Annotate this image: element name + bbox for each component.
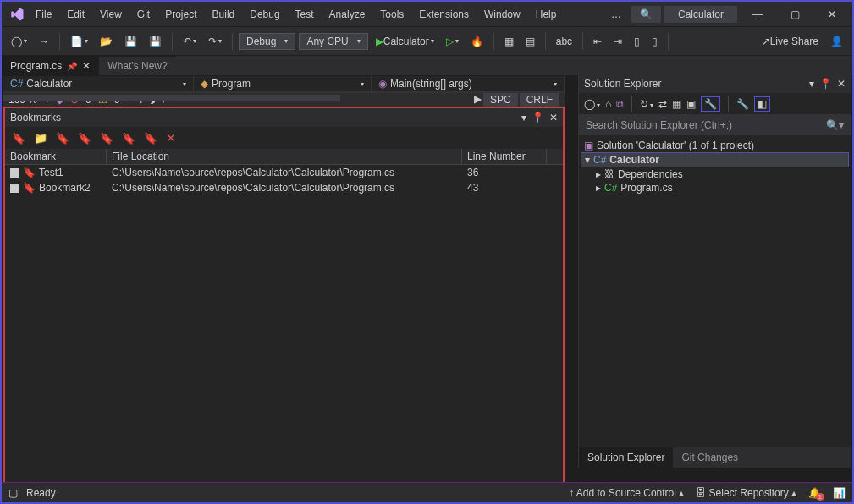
menu-git[interactable]: Git [130, 5, 157, 24]
tree-dependencies[interactable]: ▸⛓Dependencies [581, 167, 849, 181]
chevron-right-icon[interactable]: ▸ [596, 168, 601, 180]
new-folder-button[interactable]: 📁 [34, 132, 47, 145]
output-icon[interactable]: ▢ [8, 487, 18, 499]
window-options-icon[interactable]: ▾ [521, 112, 526, 123]
nav-method-combo[interactable]: ◉Main(string[] args)▾ [372, 76, 565, 91]
maximize-button[interactable]: ▢ [778, 3, 812, 26]
checkbox-icon[interactable] [10, 184, 19, 193]
next-bookmark-button[interactable]: 🔖 [78, 132, 91, 145]
menu-file[interactable]: File [29, 5, 58, 24]
close-tab-icon[interactable]: ✕ [82, 60, 91, 72]
pin-icon[interactable]: 📌 [67, 62, 77, 71]
nav-back-button[interactable]: ◯▾ [7, 33, 31, 50]
delete-bookmark-button[interactable]: ✕ [166, 131, 176, 145]
chevron-down-icon[interactable]: ▾ [585, 154, 590, 166]
close-window-button[interactable]: ✕ [815, 3, 849, 26]
open-button[interactable]: 📂 [96, 33, 117, 50]
menu-debug[interactable]: Debug [243, 5, 286, 24]
overflow-menu-button[interactable]: … [604, 5, 628, 24]
whitespace-mode[interactable]: SPC [483, 93, 518, 107]
redo-button[interactable]: ↷▾ [204, 33, 226, 50]
menu-window[interactable]: Window [477, 5, 527, 24]
indent-button[interactable]: ⇥ [609, 33, 626, 50]
menu-view[interactable]: View [93, 5, 129, 24]
nav-fwd-button[interactable]: → [35, 33, 53, 50]
play-hint-icon[interactable]: ▶ [474, 93, 482, 107]
bookmarks-header[interactable]: Bookmarks ▾ 📍 ✕ [5, 108, 563, 127]
bookmark-row[interactable]: 🔖Test1 C:\Users\Name\source\repos\Calcul… [5, 165, 563, 180]
tab-whats-new[interactable]: What's New? [99, 56, 175, 75]
select-repository-button[interactable]: 🗄 Select Repository ▴ [696, 487, 796, 499]
checkbox-icon[interactable] [10, 168, 19, 178]
outdent-button[interactable]: ⇤ [589, 33, 606, 50]
show-all-button[interactable]: ▦ [672, 98, 681, 110]
sync-button[interactable]: ↻▾ [640, 98, 653, 110]
back-button[interactable]: ◯▾ [584, 98, 600, 110]
col-bookmark[interactable]: Bookmark [5, 149, 107, 164]
config-combo[interactable]: Debug▾ [239, 33, 295, 50]
menu-edit[interactable]: Edit [60, 5, 91, 24]
bookmark-row[interactable]: 🔖Bookmark2 C:\Users\Name\source\repos\Ca… [5, 180, 563, 195]
comment-button[interactable]: ▯ [630, 33, 644, 50]
menu-extensions[interactable]: Extensions [412, 5, 476, 24]
start-debug-button[interactable]: ▶ Calculator▾ [372, 33, 438, 50]
menu-help[interactable]: Help [529, 5, 564, 24]
solution-explorer-search[interactable]: Search Solution Explorer (Ctrl+;) 🔍▾ [579, 115, 851, 135]
solution-explorer-header[interactable]: Solution Explorer ▾ 📍 ✕ [579, 74, 851, 93]
platform-combo[interactable]: Any CPU▾ [299, 33, 367, 50]
tree-solution[interactable]: ▣Solution 'Calculator' (1 of 1 project) [581, 139, 849, 152]
undo-button[interactable]: ↶▾ [179, 33, 201, 50]
line-endings[interactable]: CRLF [520, 93, 559, 107]
prev-bookmark-button[interactable]: 🔖 [56, 132, 69, 145]
chevron-right-icon[interactable]: ▸ [596, 182, 601, 194]
feedback-button[interactable]: 👤 [826, 33, 847, 50]
filter-button[interactable]: ⇄ [658, 98, 667, 110]
menu-project[interactable]: Project [158, 5, 203, 24]
switch-views-button[interactable]: ⧉ [616, 98, 624, 110]
menu-test[interactable]: Test [289, 5, 321, 24]
collapse-all-button[interactable]: ▣ [686, 98, 696, 110]
properties-button[interactable]: 🔧 [701, 96, 720, 112]
tab-git-changes[interactable]: Git Changes [673, 447, 747, 468]
next-bookmark-folder-button[interactable]: 🔖 [122, 132, 135, 145]
wrench-button[interactable]: 🔧 [736, 98, 749, 110]
toggle-bookmark-button[interactable]: 🔖 [12, 132, 25, 145]
col-line-number[interactable]: Line Number [462, 149, 547, 164]
menu-build[interactable]: Build [206, 5, 242, 24]
menu-tools[interactable]: Tools [373, 5, 410, 24]
abc-button[interactable]: abc [552, 33, 576, 50]
disable-all-button[interactable]: 🔖 [144, 132, 157, 145]
close-panel-icon[interactable]: ✕ [549, 112, 558, 123]
live-share-button[interactable]: ↗ Live Share [758, 33, 823, 50]
tree-file-program[interactable]: ▸C#Program.cs [581, 181, 849, 194]
uncomment-button[interactable]: ▯ [647, 33, 662, 50]
home-button[interactable]: ⌂ [605, 98, 611, 110]
pin-icon[interactable]: 📍 [819, 78, 832, 90]
start-nodebug-button[interactable]: ▷▾ [442, 33, 463, 50]
save-all-button[interactable]: 💾 [145, 33, 166, 50]
nav-project-combo[interactable]: C#Calculator▾ [3, 76, 194, 91]
window-options-icon[interactable]: ▾ [809, 78, 814, 90]
hot-reload-button[interactable]: 🔥 [466, 33, 488, 50]
save-button[interactable]: 💾 [120, 33, 141, 50]
add-to-source-control-button[interactable]: ↑ Add to Source Control ▴ [569, 487, 684, 499]
stack-button[interactable]: ▤ [521, 33, 539, 50]
search-icon[interactable]: 🔍▾ [826, 119, 844, 131]
minimize-button[interactable]: — [741, 3, 774, 26]
solution-tree[interactable]: ▣Solution 'Calculator' (1 of 1 project) … [579, 135, 851, 447]
preview-button[interactable]: ◧ [754, 96, 770, 112]
notifications-button[interactable]: 🔔1 [808, 487, 821, 499]
col-location[interactable]: File Location [107, 149, 462, 164]
tab-program-cs[interactable]: Program.cs📌✕ [2, 56, 99, 75]
perf-icon[interactable]: 📊 [833, 487, 846, 499]
search-button[interactable]: 🔍 [631, 6, 661, 23]
close-panel-icon[interactable]: ✕ [837, 78, 846, 90]
menu-analyze[interactable]: Analyze [322, 5, 372, 24]
browse-button[interactable]: ▦ [500, 33, 518, 50]
new-project-button[interactable]: 📄▾ [66, 33, 92, 50]
pin-icon[interactable]: 📍 [532, 112, 544, 123]
nav-class-combo[interactable]: ◆Program▾ [194, 76, 372, 91]
prev-bookmark-folder-button[interactable]: 🔖 [100, 132, 113, 145]
tab-solution-explorer[interactable]: Solution Explorer [579, 447, 673, 468]
tree-project[interactable]: ▾C#Calculator [581, 152, 849, 167]
